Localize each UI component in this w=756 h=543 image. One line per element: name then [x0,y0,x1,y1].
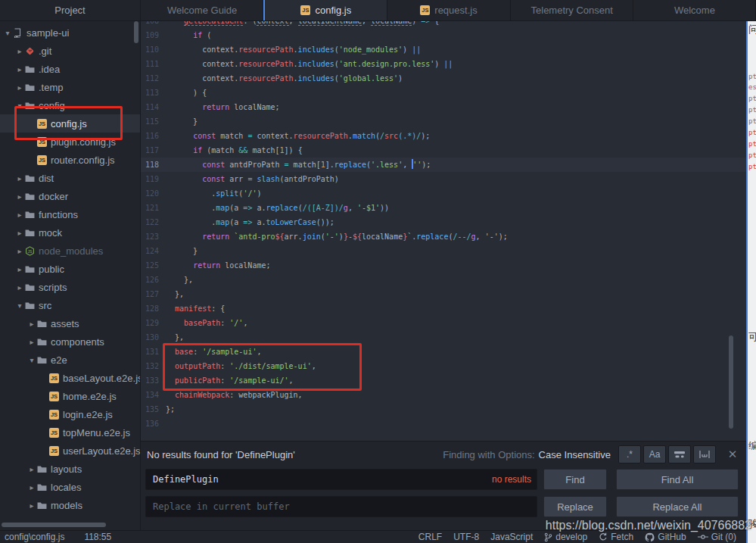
status-github[interactable]: GitHub [645,532,686,542]
regex-option-button[interactable]: .* [618,445,641,463]
tab-welcome-guide[interactable]: Welcome Guide [141,0,263,20]
tab-config-js[interactable]: JSconfig.js [263,0,387,20]
tree-item-locales[interactable]: ▸locales [0,478,140,496]
status-crlf[interactable]: CRLF [418,532,442,542]
tree-item-router-config-js[interactable]: JSrouter.config.js [0,151,140,169]
tree-item-userlayout-e2e-js[interactable]: JSuserLayout.e2e.js [0,442,140,460]
selection-only-option-button[interactable] [668,445,691,463]
chevron-right-icon[interactable]: ▸ [26,320,37,328]
tab-welcome[interactable]: Welcome [633,0,756,20]
find-button[interactable]: Find [543,469,607,490]
background-window-sliver: 问ptesptptptptptptpt可编骏 [746,21,756,543]
status-utf-8[interactable]: UTF-8 [453,532,479,542]
chevron-right-icon[interactable]: ▸ [14,229,25,237]
chevron-right-icon[interactable]: ▸ [14,174,25,183]
find-all-button[interactable]: Find All [616,469,739,490]
tree-item-scripts[interactable]: ▸scripts [0,278,140,296]
case-sensitive-option-button[interactable]: Aa [643,445,666,463]
code-text: .map(a => a.toLowerCase()); [166,215,334,229]
tree-item-e2e[interactable]: ▾e2e [0,351,140,369]
chevron-right-icon[interactable]: ▸ [26,501,37,510]
tree-item-mock[interactable]: ▸mock [0,223,140,242]
chevron-down-icon[interactable]: ▾ [2,29,13,37]
tree-vertical-scrollbar[interactable] [134,21,138,43]
chevron-right-icon[interactable]: ▸ [14,192,25,201]
chevron-right-icon[interactable]: ▸ [14,283,25,292]
tree-item-components[interactable]: ▸components [0,332,140,351]
status-right-items: CRLFUTF-8JavaScriptdevelopFetchGitHubGit… [418,532,736,542]
code-line-115: 115 } [141,114,746,129]
tree-item-topmenu-e2e-js[interactable]: JStopMenu.e2e.js [0,423,140,442]
file-tree: ▾sample-ui▸.git▸.idea▸.temp▾configJSconf… [0,21,140,514]
status-file-path[interactable]: config\config.js [5,532,64,542]
project-panel-header: Project [0,0,141,20]
chevron-right-icon[interactable]: ▸ [26,483,37,492]
tree-item-baselayout-e2e-js[interactable]: JSbaseLayout.e2e.js [0,369,140,387]
tree-item-temp[interactable]: ▸.temp [0,78,140,96]
status-fetch[interactable]: Fetch [599,532,633,542]
tree-item-login-e2e-js[interactable]: JSlogin.e2e.js [0,405,140,423]
tree-item-label: e2e [51,354,67,366]
code-text: if ( [166,28,211,42]
chevron-right-icon[interactable]: ▸ [14,265,25,273]
chevron-right-icon[interactable]: ▸ [14,247,25,255]
status-cursor-position[interactable]: 118:55 [84,532,111,542]
tree-item-label: mock [39,227,62,239]
js-file-icon: JS [49,392,62,401]
status-develop[interactable]: develop [544,532,587,542]
whole-word-option-button[interactable] [693,445,716,463]
code-line-116: 116 const match = context.resourcePath.m… [141,129,746,143]
code-text: }, [166,273,193,287]
editor-tabs: Welcome GuideJSconfig.jsJSrequest.jsTele… [141,0,756,20]
chevron-right-icon[interactable]: ▸ [14,65,25,73]
tab-request-js[interactable]: JSrequest.js [387,0,510,20]
code-text: .split('/') [166,186,261,201]
tree-item-node-modules[interactable]: ▸JSnode_modules [0,242,140,260]
status-git-0[interactable]: Git (0) [698,532,736,542]
status-javascript[interactable]: JavaScript [490,532,533,542]
tree-item-sample-ui[interactable]: ▾sample-ui [0,23,140,42]
js-file-icon: JS [37,155,47,165]
tree-item-git[interactable]: ▸.git [0,42,140,60]
chevron-down-icon[interactable]: ▾ [14,301,25,310]
find-input[interactable] [145,469,537,490]
tab-telemetry-consent[interactable]: Telemetry Consent [511,0,633,20]
replace-input[interactable] [145,496,537,517]
tree-item-label: layouts [51,463,82,475]
tree-item-home-e2e-js[interactable]: JShome.e2e.js [0,387,140,405]
code-line-135: 135}; [141,402,746,417]
folder-icon [37,483,50,492]
chevron-down-icon[interactable]: ▾ [26,356,37,364]
code-text: } [166,244,198,258]
tree-item-idea[interactable]: ▸.idea [0,60,140,78]
tree-horizontal-scrollbar[interactable] [2,523,106,527]
finding-options-label: Finding with Options: [443,449,534,460]
code-line-119: 119 const arr = slash(antdProPath) [141,172,746,186]
chevron-right-icon[interactable]: ▸ [14,83,25,92]
replace-button[interactable]: Replace [543,496,607,517]
tree-item-layouts[interactable]: ▸layouts [0,460,140,478]
git-icon [25,46,38,56]
tree-item-models[interactable]: ▸models [0,496,140,514]
tree-item-src[interactable]: ▾src [0,296,140,314]
tree-item-public[interactable]: ▸public [0,260,140,278]
tree-item-dist[interactable]: ▸dist [0,169,140,187]
tree-item-functions[interactable]: ▸functions [0,205,140,223]
tree-item-label: .idea [39,64,60,75]
line-number: 115 [141,117,166,126]
editor-vertical-scrollbar[interactable] [729,335,733,429]
tree-item-label: docker [39,191,68,202]
chevron-right-icon[interactable]: ▸ [26,465,37,473]
line-number: 118 [141,161,166,169]
replace-all-button[interactable]: Replace All [616,496,739,517]
chevron-right-icon[interactable]: ▸ [26,338,37,346]
svg-text:JS: JS [28,248,33,253]
code-line-110: 110 context.resourcePath.includes('node_… [141,42,746,57]
chevron-right-icon[interactable]: ▸ [14,211,25,219]
tree-item-docker[interactable]: ▸docker [0,187,140,205]
js-file-icon: JS [49,410,59,420]
tree-item-assets[interactable]: ▸assets [0,314,140,332]
background-text-fragment: pt [748,106,756,114]
chevron-right-icon[interactable]: ▸ [14,47,25,55]
close-icon[interactable]: ✕ [725,448,740,461]
